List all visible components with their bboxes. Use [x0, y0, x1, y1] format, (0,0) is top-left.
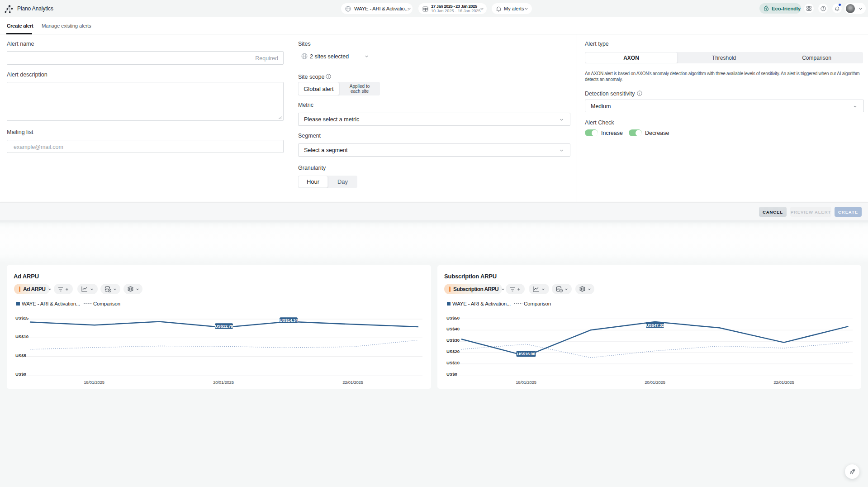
svg-text:US$40: US$40: [446, 326, 460, 331]
svg-text:US$47.32: US$47.32: [646, 323, 664, 328]
svg-text:18/01/2025: 18/01/2025: [84, 380, 104, 385]
svg-text:22/01/2025: 22/01/2025: [773, 380, 794, 385]
svg-text:US$5: US$5: [15, 353, 26, 358]
svg-text:US$10: US$10: [446, 360, 460, 365]
svg-text:US$0: US$0: [15, 372, 26, 377]
svg-text:20/01/2025: 20/01/2025: [645, 380, 665, 385]
svg-text:US$12.78: US$12.78: [215, 324, 233, 329]
svg-text:US$16.96: US$16.96: [517, 351, 535, 356]
svg-text:22/01/2025: 22/01/2025: [342, 380, 363, 385]
svg-text:US$10: US$10: [15, 334, 28, 339]
svg-text:US$30: US$30: [446, 338, 460, 343]
svg-text:US$15: US$15: [15, 315, 29, 320]
svg-text:US$50: US$50: [446, 315, 460, 320]
svg-text:US$0: US$0: [446, 372, 457, 377]
svg-text:20/01/2025: 20/01/2025: [213, 380, 234, 385]
svg-text:US$14.34: US$14.34: [280, 318, 298, 323]
svg-text:US$20: US$20: [446, 349, 460, 354]
svg-text:18/01/2025: 18/01/2025: [516, 380, 536, 385]
